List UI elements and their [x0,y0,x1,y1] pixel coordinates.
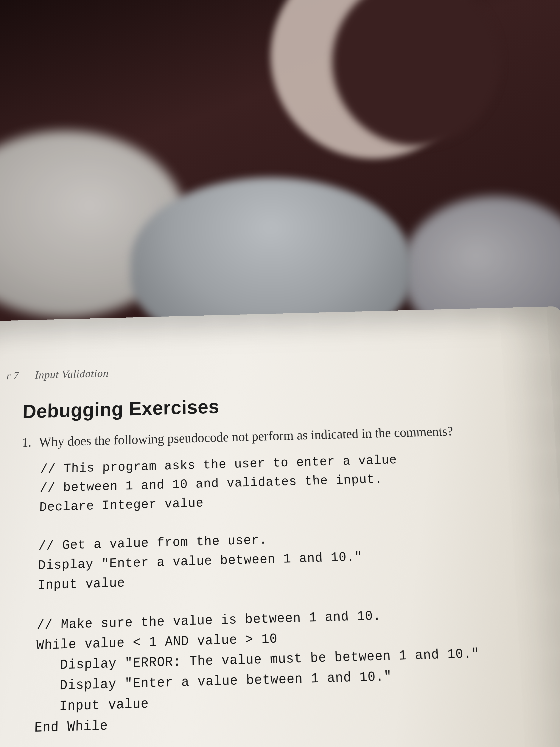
exercise-prompt: 1. Why does the following pseudocode not… [22,420,547,451]
code-line: // between 1 and 10 and validates the in… [40,472,383,495]
pseudocode-block: // This program asks the user to enter a… [34,446,560,739]
code-line [39,519,39,534]
code-line: // Get a value from the user. [38,533,267,553]
exercise-number: 1. [22,434,33,451]
section-title: Debugging Exercises [22,387,545,423]
code-line [37,598,37,613]
book-page: r 7 Input Validation Debugging Exercises… [0,306,560,747]
chapter-number: r 7 [6,370,19,382]
code-line: Display "Enter a value between 1 and 10.… [38,549,363,573]
running-head: r 7 Input Validation [6,355,541,382]
code-line: Input value [37,576,125,593]
exercise-prompt: 2. Why does the following pseudocode not… [0,739,560,747]
code-line: Display "Enter a value between 1 and 10.… [35,669,392,694]
code-line: End While [34,718,108,736]
photo-scene: r 7 Input Validation Debugging Exercises… [0,0,560,747]
page-content: r 7 Input Validation Debugging Exercises… [0,355,560,747]
chapter-title: Input Validation [35,367,109,381]
code-line: Declare Integer value [39,496,204,515]
exercise-text: Why does the following pseudocode not pe… [39,420,547,450]
exercise-text: Why does the following pseudocode not pe… [19,739,560,747]
code-line: // Make sure the value is between 1 and … [36,609,381,633]
code-line: Input value [35,696,149,715]
code-line: While value < 1 AND value > 10 [36,632,278,653]
